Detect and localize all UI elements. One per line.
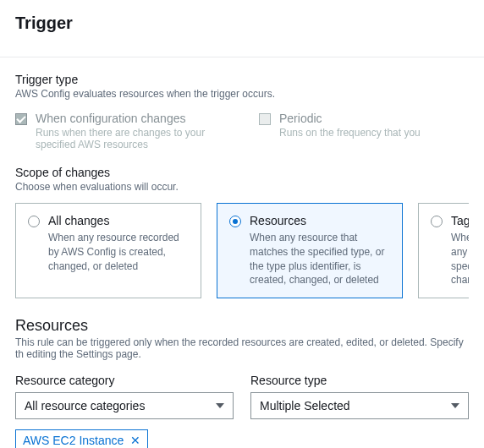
radio-icon <box>431 216 443 227</box>
page-title: Trigger <box>15 0 469 41</box>
trigger-type-desc: AWS Config evaluates resources when the … <box>15 88 469 100</box>
trigger-option-config-changes: When configuration changes Runs when the… <box>15 112 225 150</box>
scope-option-title: Tags <box>451 214 469 227</box>
scope-option-resources[interactable]: Resources When any resource that matches… <box>217 203 403 298</box>
chevron-down-icon <box>451 403 459 408</box>
scope-option-all-changes[interactable]: All changes When any resource recorded b… <box>15 203 201 298</box>
scope-desc: Choose when evaluations will occur. <box>15 181 469 193</box>
scope-option-tags[interactable]: Tags When any specifi chang <box>418 203 469 298</box>
scope-option-title: Resources <box>250 214 390 227</box>
trigger-option-title: When configuration changes <box>36 112 225 125</box>
trigger-type-label: Trigger type <box>15 73 469 86</box>
radio-icon <box>28 216 40 227</box>
select-value: All resource categories <box>25 399 145 412</box>
trigger-option-periodic: Periodic Runs on the frequency that you <box>259 112 469 150</box>
checkbox-icon <box>15 113 27 125</box>
resource-category-label: Resource category <box>15 374 234 387</box>
trigger-option-desc: Runs on the frequency that you <box>279 127 421 139</box>
resources-title: Resources <box>15 317 469 335</box>
chevron-down-icon <box>216 403 224 408</box>
resource-type-label: Resource type <box>250 374 469 387</box>
select-value: Multiple Selected <box>260 399 350 412</box>
scope-option-desc: When any resource recorded by AWS Config… <box>48 231 189 273</box>
scope-option-desc: When any resource that matches the speci… <box>250 231 390 287</box>
scope-option-desc: When any specifi chang <box>451 231 469 287</box>
tag-label: AWS EC2 Instance <box>23 434 124 447</box>
close-icon[interactable]: ✕ <box>130 434 140 446</box>
resource-type-select[interactable]: Multiple Selected <box>250 392 469 419</box>
checkbox-icon <box>259 113 271 125</box>
resource-tag: AWS EC2 Instance ✕ <box>15 429 148 448</box>
trigger-option-title: Periodic <box>279 112 421 125</box>
scope-option-title: All changes <box>48 214 189 227</box>
trigger-option-desc: Runs when there are changes to your spec… <box>36 127 225 150</box>
resource-category-select[interactable]: All resource categories <box>15 392 234 419</box>
divider <box>0 57 484 57</box>
resources-desc: This rule can be triggered only when the… <box>15 336 469 360</box>
radio-icon <box>229 216 241 227</box>
scope-label: Scope of changes <box>15 166 469 179</box>
